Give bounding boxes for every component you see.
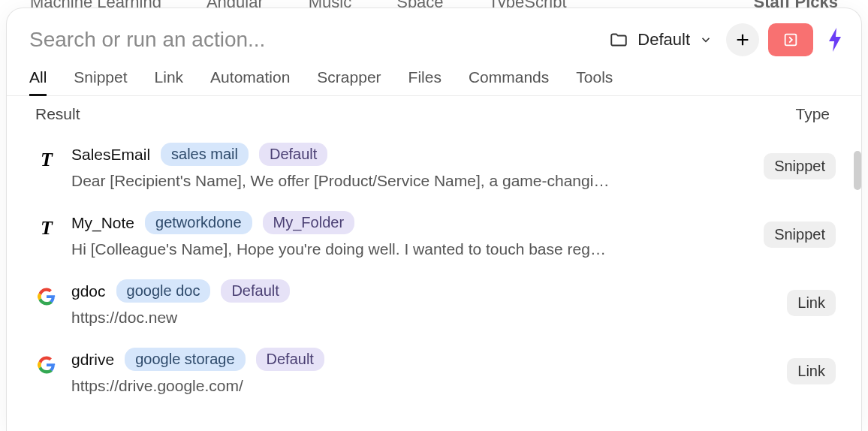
result-folder-tag: My_Folder (263, 211, 354, 234)
tabs: All Snippet Link Automation Scrapper Fil… (7, 64, 861, 96)
result-row[interactable]: gdoc google doc Default https://doc.new … (29, 269, 848, 337)
result-tag: google doc (116, 279, 211, 303)
result-body: My_Note getworkdone My_Folder Hi [Collea… (71, 211, 750, 258)
result-description: Dear [Recipient's Name], We offer [Produ… (71, 172, 612, 190)
tab-tools[interactable]: Tools (576, 68, 613, 95)
type-badge: Link (787, 290, 836, 316)
result-folder-tag: Default (256, 348, 324, 371)
svg-rect-2 (785, 35, 797, 46)
result-description: https://doc.new (71, 309, 612, 327)
command-palette-modal: Default (6, 8, 862, 431)
result-folder-tag: Default (259, 143, 327, 166)
result-body: gdrive google storage Default https://dr… (71, 348, 773, 395)
tab-files[interactable]: Files (408, 68, 442, 95)
header: Default (7, 8, 861, 64)
tab-all[interactable]: All (29, 68, 47, 96)
result-description: Hi [Colleague's Name], Hope you're doing… (71, 240, 612, 258)
scrollbar-thumb[interactable] (854, 151, 861, 190)
type-badge: Link (787, 358, 836, 384)
result-title: My_Note (71, 214, 134, 232)
result-tag: google storage (125, 348, 245, 371)
result-body: SalesEmail sales mail Default Dear [Reci… (71, 143, 750, 190)
folder-icon (609, 30, 628, 50)
column-type: Type (795, 105, 830, 123)
tab-automation[interactable]: Automation (210, 68, 290, 95)
result-body: gdoc google doc Default https://doc.new (71, 279, 773, 327)
result-title: gdoc (71, 282, 106, 300)
result-tag: getworkdone (145, 211, 252, 234)
tab-scrapper[interactable]: Scrapper (317, 68, 381, 95)
app-logo (825, 27, 845, 53)
svg-marker-3 (829, 28, 841, 52)
export-icon (782, 32, 799, 48)
text-icon: T (35, 149, 58, 171)
google-icon (35, 285, 58, 308)
result-title: gdrive (71, 351, 114, 369)
logo-icon (826, 28, 844, 52)
result-row[interactable]: T My_Note getworkdone My_Folder Hi [Coll… (29, 200, 848, 269)
folder-selected-label: Default (637, 30, 690, 50)
text-icon: T (35, 217, 58, 240)
tab-commands[interactable]: Commands (469, 68, 549, 95)
tab-link[interactable]: Link (155, 68, 184, 95)
result-row[interactable]: T SalesEmail sales mail Default Dear [Re… (29, 132, 848, 200)
result-description: https://drive.google.com/ (71, 377, 612, 395)
result-folder-tag: Default (221, 279, 289, 303)
result-title: SalesEmail (71, 146, 150, 164)
column-headers: Result Type (7, 96, 861, 129)
type-badge: Snippet (764, 222, 836, 248)
type-badge: Snippet (764, 153, 836, 179)
folder-select[interactable]: Default (604, 27, 717, 53)
column-result: Result (35, 105, 80, 123)
export-button[interactable] (768, 23, 813, 56)
result-tag: sales mail (161, 143, 249, 166)
results-list[interactable]: T SalesEmail sales mail Default Dear [Re… (7, 129, 861, 431)
google-icon (35, 354, 58, 376)
result-row[interactable]: gdrive google storage Default https://dr… (29, 337, 848, 405)
search-input[interactable] (29, 28, 595, 52)
chevron-down-icon (699, 33, 713, 47)
tab-snippet[interactable]: Snippet (74, 68, 127, 95)
add-button[interactable] (726, 23, 759, 56)
plus-icon (734, 32, 751, 48)
